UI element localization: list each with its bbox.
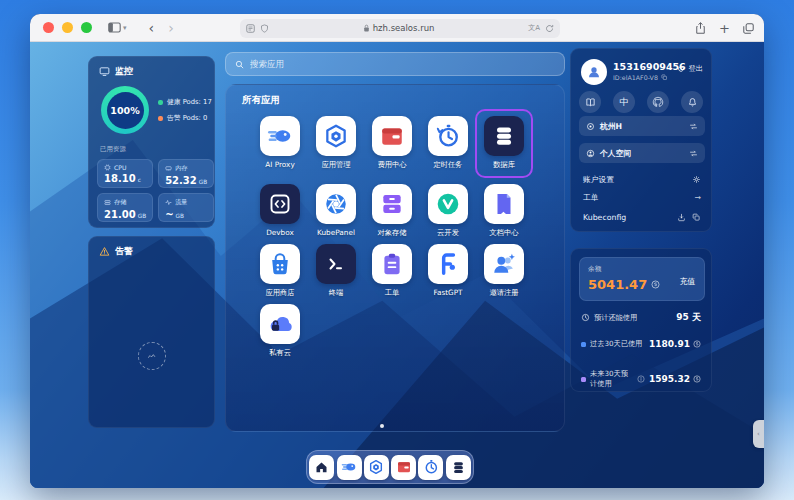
collapse-handle[interactable]: ‹ [753,420,764,448]
coin-icon [693,375,701,383]
clock-icon [581,313,590,322]
invite-icon [484,244,524,284]
switch-workspace-icon[interactable] [689,149,698,158]
dock-cost-center-button[interactable] [391,455,416,480]
coin-icon [651,280,660,289]
apps-panel: 所有应用 AI Proxy 应用管理 [225,84,565,432]
avatar[interactable] [581,59,607,85]
app-devbox[interactable]: Devbox [252,184,308,244]
legend-alert: 告警 Pods: 0 [158,113,212,123]
gear-icon [692,175,701,184]
url-text: hzh.sealos.run [373,23,435,33]
dock-app-manage-button[interactable] [364,455,389,480]
address-bar[interactable]: hzh.sealos.run 文A [240,19,560,38]
apps-section-title: 所有应用 [242,94,280,107]
resources-title: 已用资源 [100,145,214,154]
billing-panel: 余额 5041.47 充值 预计还能使用 95 天 [570,248,712,392]
health-gauge-value: 100% [107,92,144,129]
health-gauge: 100% [101,86,149,134]
recharge-button[interactable]: 充值 [679,276,695,287]
reload-icon[interactable] [545,24,554,33]
switch-region-icon[interactable] [689,122,698,131]
docs-button[interactable] [579,91,601,113]
app-private-cloud[interactable]: 私有云 [252,304,308,364]
window-controls [43,22,92,33]
monitor-title: 监控 [115,65,133,78]
cloud-dev-icon [428,184,468,224]
tab-overview-icon[interactable] [743,23,754,34]
next-30-days-row: 未来30天预计使用 1595.32 [581,369,701,389]
copy-icon[interactable] [692,213,701,222]
github-button[interactable] [647,91,669,113]
notifications-button[interactable] [681,91,703,113]
app-doc-center[interactable]: 文档中心 [476,184,532,244]
kubeconfig-item[interactable]: Kubeconfig [579,209,705,225]
app-ai-proxy[interactable]: AI Proxy [252,116,308,184]
object-storage-icon [372,184,412,224]
ai-proxy-icon [260,116,300,156]
translate-icon[interactable]: 文A [528,23,540,33]
dock-database-button[interactable] [446,455,471,480]
forward-button[interactable]: › [168,20,174,36]
power-icon [677,65,685,73]
app-manage-icon [316,116,356,156]
terminal-icon [316,244,356,284]
memory-icon [165,165,172,172]
info-icon[interactable] [637,375,645,383]
work-order-item[interactable]: 工单 → [579,189,705,205]
database-icon [484,116,524,156]
back-button[interactable]: ‹ [149,20,155,36]
warning-icon [99,246,110,257]
zoom-window-button[interactable] [81,22,92,33]
shield-icon [260,24,269,33]
traffic-icon [165,199,172,206]
app-object-storage[interactable]: 对象存储 [364,184,420,244]
devbox-icon [260,184,300,224]
desktop-wallpaper: ▾ ‹ › hzh.sealos.run [0,0,794,500]
arrow-right-icon: → [694,193,701,202]
app-app-manage[interactable]: 应用管理 [308,116,364,184]
logout-button[interactable]: 登出 [677,64,703,74]
browser-toolbar: ▾ ‹ › hzh.sealos.run [30,14,764,42]
app-kubepanel[interactable]: KubePanel [308,184,364,244]
monitor-icon [99,66,110,77]
private-cloud-icon [260,304,300,344]
language-button[interactable]: 中 [613,91,635,113]
account-id: ID:elA1AF0-V8 [613,74,668,81]
cpu-card: CPU 18.10c [97,159,153,188]
app-search-bar[interactable] [225,52,565,76]
dock [306,450,474,484]
close-window-button[interactable] [43,22,54,33]
app-database[interactable]: 数据库 [476,116,532,184]
app-cloud-dev[interactable]: 云开发 [420,184,476,244]
search-input[interactable] [250,59,555,69]
page-indicator-dot[interactable] [380,424,384,428]
dock-ai-proxy-button[interactable] [337,455,362,480]
app-cron-job[interactable]: 定时任务 [420,116,476,184]
account-settings-item[interactable]: 账户设置 [579,171,705,187]
traffic-card: 流量 ~GB [158,193,214,222]
alerts-title: 告警 [115,245,133,258]
remaining-days-row: 预计还能使用 95 天 [581,311,701,324]
browser-window: ▾ ‹ › hzh.sealos.run [30,14,764,488]
reader-icon[interactable] [246,24,255,33]
sidebar-toggle-icon[interactable]: ▾ [108,22,127,33]
app-fastgpt[interactable]: FastGPT [420,244,476,304]
dock-cron-job-button[interactable] [418,455,443,480]
app-work-order[interactable]: 工单 [364,244,420,304]
app-app-store[interactable]: 应用商店 [252,244,308,304]
doc-center-icon [484,184,524,224]
new-tab-icon[interactable]: + [719,22,730,35]
fastgpt-icon [428,244,468,284]
app-terminal[interactable]: 终端 [308,244,364,304]
download-icon[interactable] [677,213,686,222]
minimize-window-button[interactable] [62,22,73,33]
workspace-selector[interactable]: 个人空间 [579,143,705,163]
app-invite[interactable]: 邀请注册 [476,244,532,304]
app-cost-center[interactable]: 费用中心 [364,116,420,184]
share-icon[interactable] [695,22,706,34]
region-selector[interactable]: 杭州H [579,116,705,136]
dock-home-button[interactable] [309,455,334,480]
copy-icon[interactable] [661,74,668,81]
healthy-dot [158,100,163,105]
